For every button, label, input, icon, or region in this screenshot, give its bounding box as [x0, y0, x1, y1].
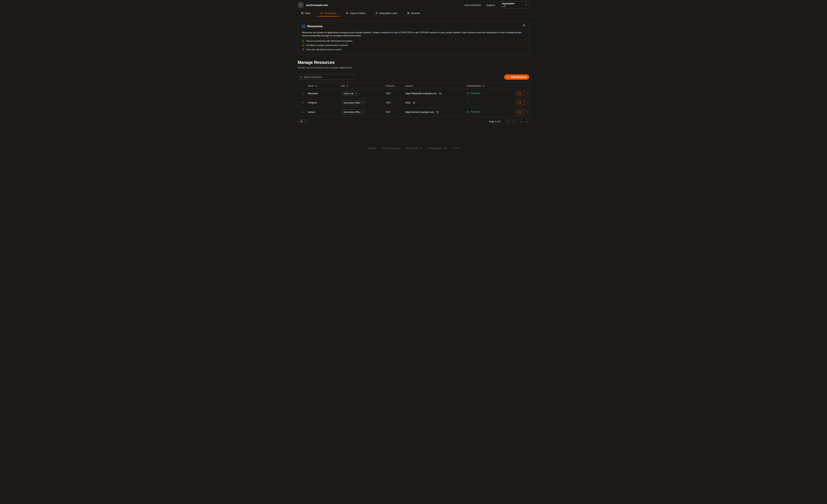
table-row: Immich Secondary Office TCP https://immi… — [298, 107, 529, 116]
copy-button[interactable] — [412, 101, 416, 104]
support-link[interactable]: Support — [486, 4, 495, 6]
first-page-button[interactable] — [506, 119, 510, 124]
copy-icon — [436, 111, 439, 113]
copy-icon — [439, 92, 441, 95]
auth-status-badge: Protected — [467, 110, 480, 113]
arrow-up-right-icon — [362, 102, 364, 104]
top-bar: J joe@example.com Documentation Support … — [284, 0, 543, 10]
column-access: Access — [405, 83, 467, 89]
close-info-card-button[interactable] — [522, 23, 526, 27]
settings-icon — [407, 12, 409, 14]
ellipsis-icon — [301, 111, 304, 113]
sort-by-name[interactable]: Name — [308, 85, 341, 87]
footer-brand: Pangolin — [368, 147, 377, 149]
info-card-description: Resources are proxies to applications ru… — [302, 31, 525, 37]
organization-label: Organization — [502, 2, 522, 5]
site-link-button[interactable]: Home Lab — [341, 91, 359, 96]
edit-button[interactable]: Edit — [515, 100, 528, 105]
close-icon — [523, 24, 526, 27]
page-subtitle: Create secure proxies to your private ap… — [298, 66, 529, 69]
arrow-right-icon — [523, 92, 525, 95]
tab-resources[interactable]: Resources — [317, 10, 339, 16]
avatar[interactable]: J — [298, 2, 304, 8]
feature-item: User and role-based access control — [302, 48, 525, 51]
page-size-select[interactable]: 20 — [298, 119, 309, 124]
resource-name: Immich — [308, 107, 341, 116]
add-resource-button[interactable]: Add Resource — [504, 74, 529, 80]
edit-button[interactable]: Edit — [515, 110, 528, 114]
column-actions — [515, 83, 529, 89]
github-icon — [420, 147, 423, 149]
tab-label: Users & Roles — [350, 12, 366, 14]
feature-list: Secure connectivity with WireGuard encry… — [302, 40, 525, 51]
search-icon — [300, 76, 302, 79]
resource-protocol: TCP — [386, 107, 405, 116]
add-resource-label: Add Resource — [511, 76, 527, 79]
copy-icon — [413, 102, 415, 104]
chevron-down-icon — [304, 120, 306, 123]
auth-status-none: -- — [467, 101, 468, 104]
tab-label: Resources — [324, 12, 336, 14]
tab-shareable-links[interactable]: Shareable Links — [372, 10, 401, 16]
footer-open-source-link[interactable]: Open Source — [405, 147, 423, 149]
last-page-button[interactable] — [525, 119, 529, 124]
users-icon — [302, 48, 304, 51]
pagination: 20 Page 1 of 1 — [298, 119, 529, 124]
tab-label: General — [411, 12, 420, 14]
info-card-title: Resources — [307, 24, 323, 28]
feature-text: Secure connectivity with WireGuard encry… — [306, 40, 352, 42]
tab-general[interactable]: General — [404, 10, 423, 16]
resource-access: https://bitwarden.example.com — [405, 92, 437, 95]
server-icon — [302, 24, 305, 28]
chevrons-left-icon — [507, 120, 509, 123]
feature-item: Configure multiple authentication method… — [302, 44, 525, 46]
edit-button[interactable]: Edit — [515, 91, 528, 96]
copy-button[interactable] — [436, 111, 439, 114]
page-status: Page 1 of 1 — [489, 120, 501, 123]
main-content: Resources Resources are proxies to appli… — [284, 16, 543, 124]
arrow-right-icon — [523, 111, 525, 113]
feature-text: Configure multiple authentication method… — [306, 44, 348, 46]
combine-icon — [301, 12, 303, 14]
tab-bar: Sites Resources Users & Roles Shareable … — [284, 10, 543, 16]
site-link-button[interactable]: Secondary Office — [341, 110, 367, 114]
page-size-value: 20 — [300, 120, 303, 123]
sort-icon — [346, 85, 348, 87]
page-title: Manage Resources — [298, 60, 529, 65]
user-email: joe@example.com — [306, 4, 328, 6]
resources-table: Name Site Protocol Access — [298, 83, 529, 117]
feature-text: User and role-based access control — [306, 48, 341, 51]
column-authentication: Authentication — [467, 83, 515, 89]
copy-button[interactable] — [439, 92, 442, 95]
arrow-up-right-icon — [362, 111, 364, 113]
sort-by-authentication[interactable]: Authentication — [467, 85, 515, 87]
search-input[interactable] — [304, 76, 354, 79]
chevron-left-icon — [513, 120, 516, 123]
row-menu-button[interactable] — [301, 101, 305, 105]
resource-protocol: TCP — [386, 98, 405, 107]
site-link-button[interactable]: Secondary Office — [341, 100, 367, 105]
tab-users-roles[interactable]: Users & Roles — [343, 10, 369, 16]
footer-divider: | — [379, 147, 380, 149]
search-box — [298, 74, 356, 80]
row-menu-button[interactable] — [301, 92, 305, 95]
lock-icon — [302, 40, 304, 42]
chevron-right-icon — [520, 120, 522, 123]
next-page-button[interactable] — [518, 119, 523, 124]
arrow-up-right-icon — [355, 92, 357, 94]
key-icon — [302, 44, 304, 46]
documentation-link[interactable]: Documentation — [465, 4, 481, 6]
arrow-right-icon — [523, 102, 525, 104]
footer-divider: | — [425, 147, 426, 149]
resource-access: https://immich.example.com — [405, 111, 434, 113]
resource-protocol: TCP — [386, 89, 405, 98]
sort-by-site[interactable]: Site — [341, 85, 386, 87]
footer: Pangolin | Built by Fossorial | Open Sou… — [284, 142, 543, 153]
tab-sites[interactable]: Sites — [298, 10, 314, 16]
avatar-initial: J — [300, 4, 301, 6]
row-menu-button[interactable] — [301, 110, 305, 114]
organization-selector[interactable]: Organization Lab — [500, 1, 529, 9]
feature-item: Secure connectivity with WireGuard encry… — [302, 40, 525, 42]
footer-documentation-link[interactable]: Documentation — [428, 147, 447, 149]
previous-page-button[interactable] — [512, 119, 517, 124]
